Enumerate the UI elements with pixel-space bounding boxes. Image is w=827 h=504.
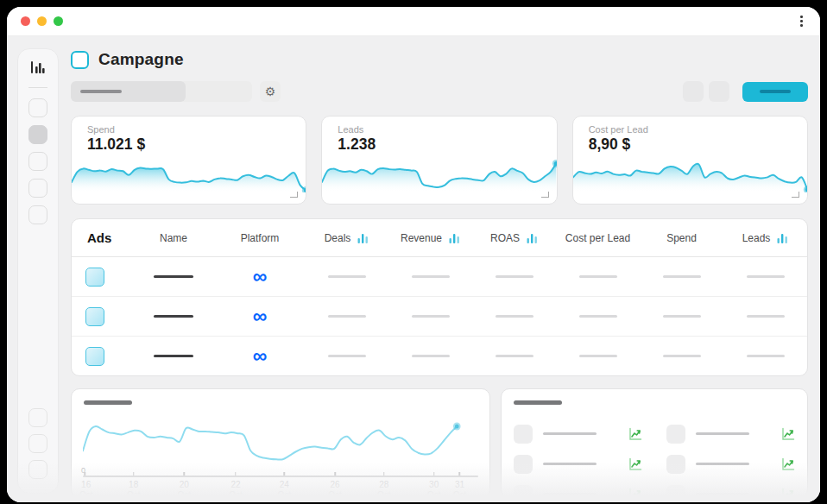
ad-thumbnail[interactable] [85, 307, 104, 326]
metrics-list-grid [514, 419, 795, 502]
list-item[interactable] [666, 419, 795, 449]
roas-value-placeholder [496, 275, 533, 278]
x-tick-label: 18Oct [127, 480, 141, 501]
toolbar: ⚙ [71, 81, 808, 102]
table-row[interactable]: ∞ [72, 257, 807, 297]
column-header-roas[interactable]: ROAS [472, 232, 556, 244]
sidebar-bottom-item-1[interactable] [28, 408, 47, 427]
item-thumbnail [514, 455, 533, 474]
title-checkbox[interactable] [71, 51, 89, 69]
zoom-window-button[interactable] [54, 16, 63, 26]
column-chart-icon[interactable] [449, 232, 460, 244]
kebab-menu-icon[interactable] [797, 12, 806, 30]
column-header-platform[interactable]: Platform [215, 232, 305, 244]
resize-corner-icon[interactable] [541, 192, 549, 198]
item-label-placeholder [696, 463, 749, 465]
minimize-window-button[interactable] [37, 16, 47, 26]
column-chart-icon[interactable] [777, 232, 788, 244]
list-item[interactable] [514, 419, 642, 449]
leads-sparkline-chart [322, 156, 556, 192]
spend-value-placeholder [663, 355, 701, 357]
ad-thumbnail[interactable] [85, 347, 104, 366]
revenue-value-placeholder [412, 355, 450, 357]
sidebar-bottom-item-3[interactable] [28, 460, 47, 479]
x-tick-label: 30Oct [427, 480, 441, 501]
roas-value-placeholder [496, 315, 533, 318]
revenue-value-placeholder [412, 275, 450, 278]
trend-chart-icon[interactable] [781, 488, 795, 501]
column-header-spend[interactable]: Spend [640, 232, 723, 244]
trend-chart-icon[interactable] [628, 457, 642, 471]
trend-chart-icon[interactable] [781, 427, 795, 441]
meta-platform-icon: ∞ [215, 306, 305, 326]
sidebar-item-3[interactable] [28, 152, 47, 171]
column-header-ads[interactable]: Ads [72, 230, 132, 245]
sidebar-bottom-item-2[interactable] [28, 434, 47, 453]
toolbar-right [683, 81, 808, 102]
list-item[interactable] [514, 479, 642, 502]
column-chart-icon[interactable] [527, 232, 538, 244]
search-segment[interactable] [71, 81, 186, 102]
ad-thumbnail[interactable] [85, 268, 104, 287]
x-tick-label: 20Oct [178, 480, 192, 501]
primary-button-label-bar [760, 90, 791, 93]
sidebar-item-1[interactable] [28, 98, 47, 117]
deals-value-placeholder [328, 275, 366, 278]
close-window-button[interactable] [21, 16, 30, 26]
trend-chart-icon[interactable] [628, 488, 642, 501]
column-header-revenue[interactable]: Revenue [388, 232, 472, 244]
cpl-value-placeholder [579, 275, 617, 278]
tool-button-2[interactable] [709, 81, 729, 102]
column-header-leads[interactable]: Leads [723, 232, 807, 244]
gear-icon[interactable]: ⚙ [260, 81, 281, 102]
page-title: Campagne [98, 50, 184, 69]
column-header-deals[interactable]: Deals [305, 232, 388, 244]
bar-chart-icon[interactable] [30, 60, 46, 78]
item-label-placeholder [543, 463, 597, 465]
dashboard-content: Campagne ⚙ [7, 36, 820, 502]
kpi-card-cost-per-lead: Cost per Lead 8,90 $ [572, 116, 808, 205]
spend-value-placeholder [663, 275, 701, 278]
tool-button-1[interactable] [683, 81, 704, 102]
search-input[interactable] [71, 81, 252, 102]
leads-value-placeholder [747, 315, 785, 318]
trend-chart-icon[interactable] [781, 457, 795, 471]
timeline-chart-panel: 0 16Oct 18Oct 20Oct 22Oct 24Oct 26Oct 28… [71, 388, 490, 498]
meta-platform-icon: ∞ [215, 346, 305, 366]
resize-corner-icon[interactable] [792, 192, 799, 198]
table-row[interactable]: ∞ [72, 337, 807, 375]
item-thumbnail [666, 485, 685, 503]
ad-name-placeholder [154, 355, 193, 357]
trend-chart-icon[interactable] [628, 427, 642, 441]
list-item[interactable] [666, 449, 795, 479]
sidebar-item-2-active[interactable] [28, 125, 47, 144]
column-chart-icon[interactable] [357, 232, 369, 244]
kpi-row: Spend 11.021 $ Leads 1.238 Cost per Lead… [71, 116, 808, 205]
x-tick-label: 31Oct [453, 480, 467, 501]
ad-name-placeholder [154, 275, 193, 278]
kpi-label: Spend [87, 124, 115, 135]
list-item[interactable] [514, 449, 642, 479]
ads-table: Ads Name Platform Deals Revenue ROAS Cos… [71, 218, 808, 376]
item-label-placeholder [696, 432, 749, 435]
deals-value-placeholder [328, 355, 366, 357]
item-label-placeholder [543, 432, 597, 435]
sidebar-item-4[interactable] [28, 179, 47, 198]
panel-title-placeholder [514, 400, 562, 405]
revenue-value-placeholder [412, 315, 450, 318]
column-header-cost-per-lead[interactable]: Cost per Lead [556, 232, 640, 244]
kpi-card-spend: Spend 11.021 $ [71, 116, 306, 205]
table-row[interactable]: ∞ [72, 297, 807, 337]
sidebar-item-5[interactable] [28, 205, 47, 224]
title-bar [7, 7, 820, 36]
primary-action-button[interactable] [742, 82, 808, 102]
page-header: Campagne [71, 48, 808, 71]
leads-value-placeholder [747, 275, 785, 278]
x-tick-label: 22Oct [229, 480, 243, 501]
x-axis: 0 16Oct 18Oct 20Oct 22Oct 24Oct 26Oct 28… [83, 476, 478, 477]
main-area: Campagne ⚙ [71, 48, 808, 502]
item-thumbnail [514, 485, 533, 503]
column-header-name[interactable]: Name [132, 232, 215, 244]
list-item[interactable] [666, 479, 795, 502]
resize-corner-icon[interactable] [290, 192, 298, 198]
